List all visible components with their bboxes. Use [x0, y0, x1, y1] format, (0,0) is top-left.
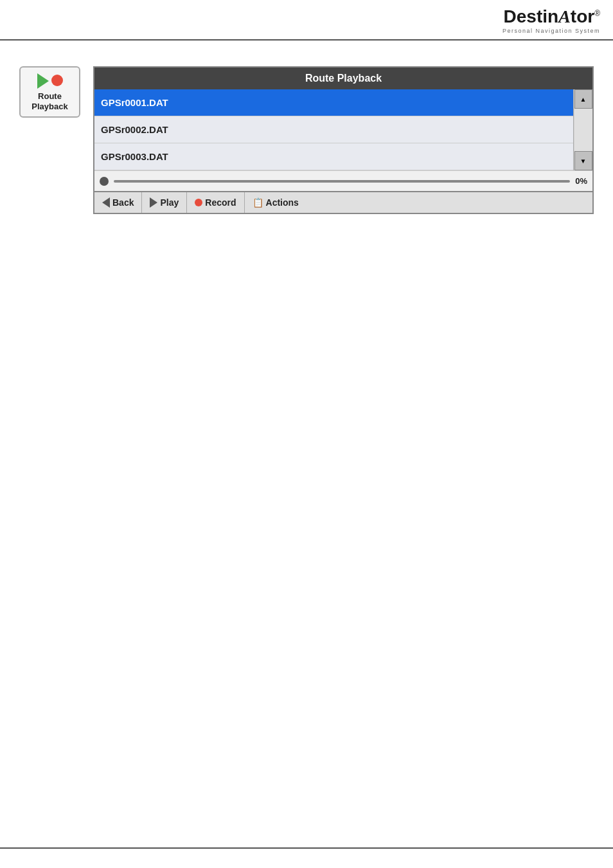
scroll-down-button[interactable]: ▼ — [574, 151, 592, 170]
play-button[interactable]: Play — [142, 192, 187, 213]
play-icon — [150, 197, 157, 208]
route-playback-panel: Route Playback GPSr0001.DAT GPSr0002.DAT… — [93, 66, 594, 214]
progress-area: 0% — [94, 170, 592, 191]
icon-symbols — [37, 72, 63, 89]
route-panel-title: Route Playback — [94, 68, 592, 89]
logo-subtitle: Personal Navigation System — [502, 28, 600, 34]
logo-brand: DestinAtor® — [504, 6, 600, 27]
record-dot-icon — [195, 199, 202, 206]
file-list-container: GPSr0001.DAT GPSr0002.DAT GPSr0003.DAT ▲… — [94, 89, 592, 170]
progress-indicator — [100, 177, 109, 186]
file-item-1[interactable]: GPSr0001.DAT — [94, 89, 573, 116]
scroll-track — [574, 109, 592, 151]
record-icon — [51, 75, 63, 86]
back-label: Back — [112, 197, 134, 208]
bottom-divider — [0, 847, 613, 849]
actions-button[interactable]: 📋 Actions — [245, 192, 306, 213]
logo-text: DestinAtor® — [504, 6, 600, 27]
top-bar: DestinAtor® Personal Navigation System — [0, 0, 613, 41]
file-item-2[interactable]: GPSr0002.DAT — [94, 116, 573, 143]
back-icon — [102, 197, 110, 208]
back-button[interactable]: Back — [94, 192, 142, 213]
progress-percent: 0% — [575, 176, 587, 186]
logo: DestinAtor® Personal Navigation System — [502, 6, 600, 34]
main-content: RoutePlayback Route Playback GPSr0001.DA… — [0, 41, 613, 240]
record-label: Record — [205, 197, 236, 208]
progress-bar — [114, 180, 570, 183]
toolbar: Back Play Record 📋 Actions — [94, 191, 592, 213]
actions-icon: 📋 — [253, 197, 263, 208]
chevron-down-icon: ▼ — [580, 158, 587, 165]
actions-label: Actions — [266, 197, 299, 208]
icon-label: RoutePlayback — [31, 91, 67, 111]
chevron-up-icon: ▲ — [580, 96, 587, 103]
route-playback-icon-panel[interactable]: RoutePlayback — [19, 66, 80, 118]
scroll-up-button[interactable]: ▲ — [574, 89, 592, 109]
file-list: GPSr0001.DAT GPSr0002.DAT GPSr0003.DAT — [94, 89, 573, 170]
file-item-3[interactable]: GPSr0003.DAT — [94, 143, 573, 170]
play-icon — [37, 73, 49, 89]
record-button[interactable]: Record — [187, 192, 244, 213]
scrollbar: ▲ ▼ — [573, 89, 592, 170]
play-label: Play — [160, 197, 179, 208]
